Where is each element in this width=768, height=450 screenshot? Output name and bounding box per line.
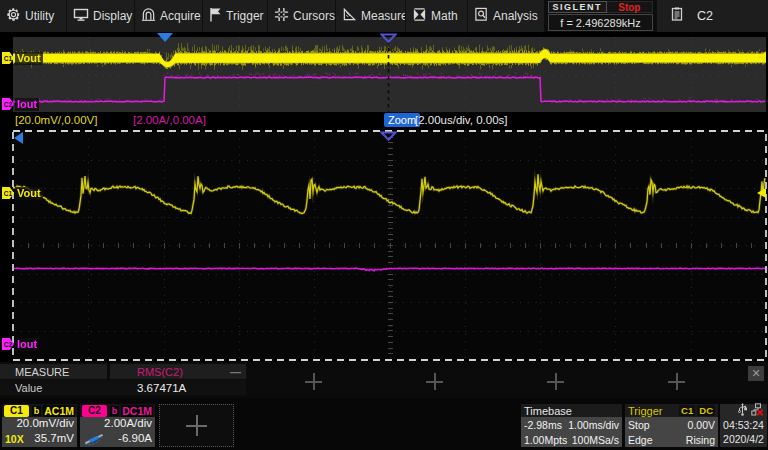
bottom-status-bar: C1 b AC1M 20.0mV/div 10X 35.7mV C2 b DC1…	[0, 398, 768, 450]
overview-c1-tag[interactable]: C1 Vout	[2, 52, 43, 64]
menu-trigger[interactable]: Trigger	[203, 0, 268, 32]
menu-analysis[interactable]: Analysis	[468, 0, 545, 32]
c2-badge: C2	[82, 405, 107, 417]
c1-descriptor[interactable]: [20.0mV/,0.00V]	[15, 114, 97, 126]
add-measurement-button[interactable]	[547, 373, 564, 390]
overview-c2-tag[interactable]: C2 Iout	[2, 98, 39, 110]
c2-trace-label: Iout	[15, 338, 39, 351]
menu-acquire-label: Acquire	[160, 9, 203, 23]
menu-math[interactable]: Math	[406, 0, 468, 32]
trigger-mode: Stop	[628, 419, 650, 431]
trigger-flag-icon	[209, 7, 222, 26]
zoom-timebase-descriptor[interactable]: [2.00us/div, 0.00s]	[415, 114, 507, 126]
trigger-type: Edge	[628, 434, 653, 446]
menu-trigger-label: Trigger	[226, 9, 266, 23]
c1-scale: 20.0mV/div	[16, 417, 74, 429]
c2-channel-marker: C2	[2, 338, 14, 350]
siglent-logo-box: SIGLENT	[548, 1, 607, 13]
analysis-icon	[474, 7, 489, 26]
overview-window: C1 Vout C2 Iout	[0, 37, 768, 112]
timebase-scale: 1.00ms/div	[568, 419, 619, 431]
menu-bar: Utility Display Acquire Trigger Cursors …	[0, 0, 768, 32]
c2-bandwidth-flag: b	[110, 406, 120, 416]
trigger-box[interactable]: Trigger C1 DC Stop 0.00V Edge Rising	[625, 404, 718, 447]
add-measurement-button[interactable]	[426, 373, 443, 390]
zoom-trigger-level-marker[interactable]	[757, 188, 766, 198]
c2-coupling: DC1M	[121, 405, 153, 417]
zoom-position-marker[interactable]	[380, 33, 397, 43]
trigger-level: 0.00V	[688, 419, 715, 431]
menu-math-label: Math	[431, 9, 460, 23]
acquire-icon	[141, 7, 156, 26]
c2-descriptor[interactable]: [2.00A/,0.00A]	[133, 114, 206, 126]
menu-analysis-label: Analysis	[493, 9, 540, 23]
timebase-title: Timebase	[524, 405, 572, 417]
measure-item-label: RMS(C2)	[110, 366, 183, 378]
menu-display-label: Display	[93, 9, 134, 23]
trigger-title: Trigger	[628, 405, 662, 417]
measure-icon	[342, 7, 357, 26]
frequency-counter-box: f = 2.496289kHz	[548, 14, 653, 31]
menu-display[interactable]: Display	[67, 0, 135, 32]
timebase-box[interactable]: Timebase -2.98ms 1.00ms/div 1.00Mpts 100…	[521, 404, 622, 447]
measure-item-cell[interactable]: RMS(C2) —	[110, 364, 246, 379]
oscilloscope-screen: Utility Display Acquire Trigger Cursors …	[0, 0, 768, 450]
c1-trace-label: Vout	[15, 52, 43, 65]
zoom-c2-tag[interactable]: C2 Iout	[2, 338, 39, 350]
menu-cursors-label: Cursors	[293, 9, 336, 23]
descriptor-strip: [20.0mV/,0.00V] [2.00A/,0.00A] Zoom [2.0…	[0, 112, 768, 130]
gear-icon	[6, 7, 21, 26]
clock-date: 2020/4/2	[720, 432, 767, 446]
timebase-memory: 1.00Mpts	[524, 434, 567, 446]
c1-bandwidth-flag: b	[32, 406, 42, 416]
measure-title: MEASURE	[0, 366, 69, 378]
c1-trace-label: Vout	[15, 187, 43, 200]
c2-trace-label: Iout	[15, 98, 39, 111]
menu-right: C2	[657, 0, 768, 32]
menu-utility-label: Utility	[25, 9, 56, 23]
trigger-source: C1	[679, 405, 695, 416]
add-measurement-button[interactable]	[668, 373, 685, 390]
zoom-window-border	[0, 130, 768, 361]
clock-time: 04:53:24	[720, 418, 767, 432]
trigger-slope: Rising	[686, 434, 715, 446]
c1-channel-marker: C1	[2, 52, 14, 64]
add-channel-slot[interactable]	[159, 404, 234, 447]
trigger-offscreen-left-marker	[14, 132, 23, 144]
acquisition-status: Stop	[618, 2, 640, 13]
menu-cursors[interactable]: Cursors	[268, 0, 336, 32]
trigger-position-marker[interactable]	[157, 33, 173, 42]
c1-badge: C1	[4, 405, 29, 417]
display-icon	[73, 7, 89, 26]
measure-value-label: Value	[0, 382, 107, 394]
active-channel-indicator[interactable]: C2	[697, 9, 713, 23]
measure-value-row: Value 3.67471A	[0, 380, 246, 395]
channel2-box[interactable]: C2 b DC1M 2.00A/div -6.90A	[80, 404, 155, 447]
menu-measure-label: Measure	[361, 9, 406, 23]
menu-measure[interactable]: Measure	[336, 0, 406, 32]
clock-box: 04:53:24 2020/4/2	[720, 404, 767, 447]
cursors-icon	[274, 7, 289, 26]
timebase-samplerate: 100MSa/s	[572, 434, 619, 446]
zoom-trigger-time-marker[interactable]	[380, 131, 397, 141]
zoom-c1-tag[interactable]: C1 Vout	[2, 187, 43, 199]
siglent-logo: SIGLENT	[553, 2, 603, 12]
c1-coupling: AC1M	[43, 405, 75, 417]
acquisition-status-box[interactable]: Stop	[607, 1, 653, 13]
zoom-window: C1 Vout C2 Iout	[0, 130, 768, 361]
c2-offset: -6.90A	[118, 432, 152, 444]
remove-measurement-button[interactable]: —	[230, 366, 246, 378]
measure-value: 3.67471A	[107, 382, 186, 394]
overview-trigger-level-marker[interactable]	[757, 52, 766, 62]
overview-waveform-plot[interactable]	[13, 37, 766, 112]
measure-title-cell: MEASURE	[0, 364, 107, 379]
menu-acquire[interactable]: Acquire	[135, 0, 203, 32]
trigger-coupling: DC	[697, 405, 715, 416]
menu-utility[interactable]: Utility	[0, 0, 67, 32]
timebase-delay: -2.98ms	[524, 419, 562, 431]
channel1-box[interactable]: C1 b AC1M 20.0mV/div 10X 35.7mV	[2, 404, 77, 447]
frequency-counter: f = 2.496289kHz	[560, 17, 640, 29]
close-measure-panel-button[interactable]: ✕	[748, 366, 764, 381]
add-measurement-button[interactable]	[305, 373, 322, 390]
clipboard-icon[interactable]	[671, 7, 683, 25]
